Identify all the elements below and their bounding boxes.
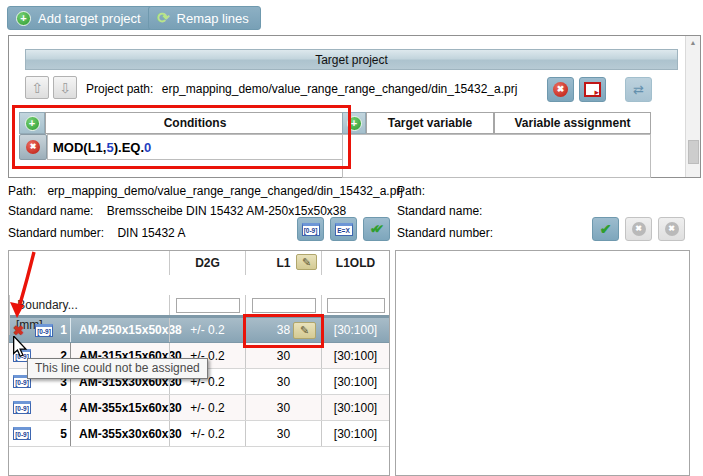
cell-l1[interactable]: 38 ✎ (245, 318, 321, 342)
filter-input-d2g[interactable] (176, 298, 240, 313)
standard-number-label: Standard number: (397, 226, 493, 240)
cell-d2g: +/- 0.2 (169, 395, 245, 420)
cell-l1[interactable]: 30 (245, 343, 321, 368)
delete-icon: ✖ (553, 82, 568, 97)
standard-name-label: Standard name: (397, 204, 482, 218)
plus-icon: + (347, 116, 362, 131)
add-variable-button[interactable]: + (342, 112, 366, 134)
add-target-project-button[interactable]: + Add target project (7, 6, 153, 30)
expression-button[interactable]: E=X (330, 217, 357, 241)
filter-input-l1old[interactable] (327, 298, 385, 313)
check-icon: ✔ (600, 221, 612, 237)
delete-condition-button[interactable]: ✖ (19, 134, 47, 160)
column-header-d2g: D2G (169, 251, 245, 275)
delete-project-button[interactable]: ✖ (547, 77, 574, 102)
formula-operator: .EQ. (118, 140, 144, 155)
cancel-icon: ✖ (665, 222, 679, 236)
cell-l1old: [30:100] (321, 395, 389, 420)
cell-d2g: +/- 0.2 (169, 318, 245, 342)
edit-column-icon[interactable]: ✎ (296, 254, 317, 270)
table-row[interactable]: [0-9] 5 AM-355x30x60x30 +/- 0.2 30 [30:1… (9, 421, 389, 447)
scroll-thumb[interactable] (688, 140, 699, 164)
move-down-button[interactable]: ⇩ (53, 76, 77, 99)
value-range-row-icon: [0-9] (13, 401, 31, 414)
discard-button: ✖ (658, 217, 685, 241)
row-number: 1 (55, 318, 71, 342)
swap-icon: ⇄ (633, 82, 644, 97)
variables-empty-area (342, 134, 651, 178)
export-icon: ▸ (584, 82, 601, 97)
cell-l1[interactable]: 30 (245, 395, 321, 420)
target-standard-name-row: Standard name: (397, 204, 482, 218)
standard-name-label: Standard name: (8, 204, 93, 218)
filter-input-l1[interactable] (252, 298, 316, 313)
expression-icon: E=X (335, 223, 353, 236)
target-variable-header: Target variable (366, 112, 494, 134)
cell-l1old: [30:100] (321, 369, 389, 394)
target-project-panel: Target project ⇧ ⇩ Project path: erp_map… (8, 35, 701, 178)
standard-number-label: Standard number: (8, 226, 104, 240)
column-header-l1: L1 ✎ (245, 251, 321, 275)
open-project-button[interactable]: ▸ (579, 77, 606, 102)
row-name: AM-355x30x60x30 (79, 421, 182, 446)
delete-icon: ✖ (26, 140, 40, 154)
plus-icon: + (25, 116, 40, 131)
cell-l1old: [30:100] (321, 421, 389, 446)
double-check-icon: ✔✔ (370, 222, 383, 236)
scroll-up-icon[interactable]: ▲ (686, 39, 700, 46)
path-label: Path: (397, 184, 425, 198)
edit-value-icon[interactable]: ✎ (293, 322, 316, 339)
table-row[interactable]: [0-9] 4 AM-355x15x60x30 +/- 0.2 30 [30:1… (9, 395, 389, 421)
apply-all-button[interactable]: ✔✔ (363, 217, 390, 241)
value-range-row-icon: [0-9] (35, 324, 53, 337)
row-number: 5 (55, 421, 71, 446)
erp-mapping-window: + Add target project ⟳ Remap lines Targe… (0, 0, 703, 476)
formula-number: 0 (144, 140, 151, 155)
condition-formula[interactable]: MOD(L1,5).EQ.0 (47, 134, 345, 160)
value-range-row-icon: [0-9] (13, 427, 31, 440)
remap-lines-label: Remap lines (177, 11, 249, 26)
cell-l1[interactable]: 30 (245, 369, 321, 394)
value-range-button[interactable]: [0-9] (297, 217, 324, 241)
name-column-header (9, 251, 169, 275)
value-range-icon: [0-9] (302, 223, 320, 236)
down-arrow-icon: ⇩ (59, 80, 71, 96)
formula-text: MOD(L1, (53, 140, 106, 155)
cell-l1-value: 38 (277, 323, 290, 337)
add-condition-button[interactable]: + (19, 112, 45, 134)
cancel-icon: ✖ (632, 222, 646, 236)
standard-number-value: DIN 15432 A (107, 226, 185, 240)
path-value: erp_mapping_demo/value_range_range_chang… (39, 184, 403, 198)
table-row[interactable]: ✖ [0-9] 1 AM-250x15x50x38 +/- 0.2 38 ✎ [… (9, 317, 389, 343)
tooltip: This line could not be assigned (27, 358, 208, 379)
project-path-value: erp_mapping_demo/value_range_range_chang… (157, 82, 518, 96)
target-project-header: Target project (25, 49, 678, 70)
path-label: Path: (8, 184, 36, 198)
accept-button[interactable]: ✔ (592, 217, 619, 241)
lines-table-header: D2G L1 ✎ L1OLD Boundary... [mm] (9, 251, 389, 317)
row-number: 4 (55, 395, 71, 420)
row-name: AM-355x15x60x30 (79, 395, 182, 420)
source-standard-number-row: Standard number: DIN 15432 A (8, 226, 185, 240)
up-arrow-icon: ⇧ (31, 80, 43, 96)
formula-number: 5 (106, 140, 113, 155)
panel-scrollbar[interactable]: ▲ (685, 36, 700, 177)
source-standard-name-row: Standard name: Bremsscheibe DIN 15432 AM… (8, 204, 346, 218)
project-path-label: Project path: (86, 82, 153, 96)
mouse-cursor (12, 336, 30, 358)
conditions-header: Conditions (45, 112, 345, 134)
remap-lines-button[interactable]: ⟳ Remap lines (148, 6, 261, 30)
reject-button: ✖ (625, 217, 652, 241)
refresh-icon: ⟳ (157, 11, 170, 25)
cell-l1[interactable]: 30 (245, 421, 321, 446)
target-lines-panel (395, 250, 690, 476)
target-standard-number-row: Standard number: (397, 226, 493, 240)
target-path-row: Path: (397, 184, 425, 198)
source-path-row: Path: erp_mapping_demo/value_range_range… (8, 184, 403, 198)
project-path-row: Project path: erp_mapping_demo/value_ran… (86, 82, 517, 96)
swap-project-button: ⇄ (625, 77, 652, 102)
move-up-button[interactable]: ⇧ (25, 76, 49, 99)
column-header-l1old: L1OLD (321, 251, 389, 275)
plus-icon: + (16, 11, 31, 26)
cell-l1old: [30:100] (321, 318, 389, 342)
